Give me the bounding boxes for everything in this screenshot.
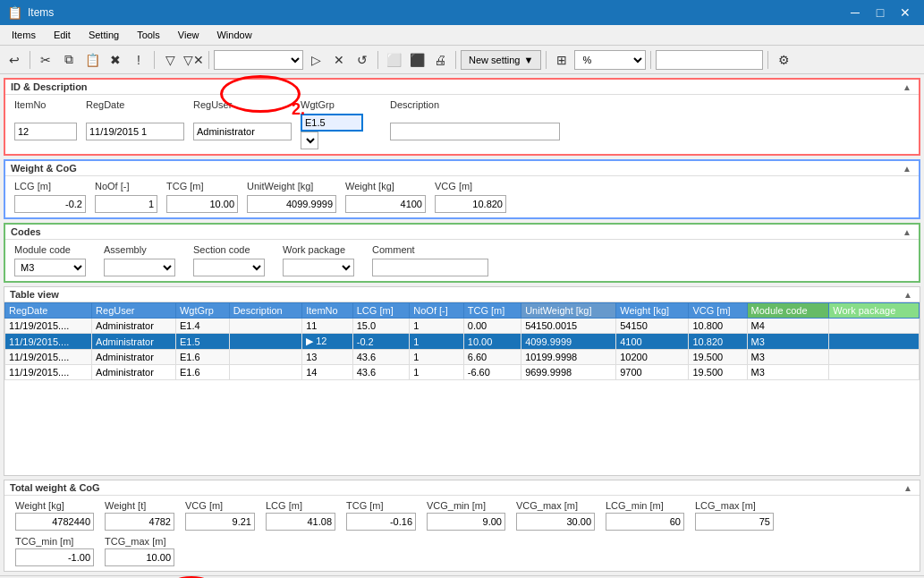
- noof-input[interactable]: [95, 195, 157, 213]
- table-row[interactable]: 11/19/2015....AdministratorE1.41115.010.…: [5, 319, 920, 334]
- delete-button[interactable]: ✖: [105, 49, 126, 71]
- table-cell: [829, 334, 920, 350]
- table-cell: -6.60: [463, 365, 521, 380]
- weight-input[interactable]: [345, 195, 426, 213]
- settings-button[interactable]: ⚙: [773, 49, 794, 71]
- filter-apply-button[interactable]: ▷: [305, 49, 326, 71]
- menu-window[interactable]: Window: [208, 27, 259, 43]
- total-vcgmin-input[interactable]: [427, 513, 505, 531]
- comment-input[interactable]: [372, 259, 488, 276]
- weight-section-collapse[interactable]: ▲: [901, 164, 913, 174]
- table-cell: 1: [410, 319, 463, 334]
- close-button[interactable]: ✕: [894, 3, 917, 22]
- total-header-weightkg: Weight [kg]: [10, 499, 99, 512]
- title-bar: 📋 Items ─ □ ✕: [0, 0, 924, 25]
- sep2: [154, 51, 155, 69]
- total-vcgmax-input[interactable]: [516, 513, 595, 531]
- refresh-button[interactable]: ↺: [352, 49, 373, 71]
- unitweight-input[interactable]: [247, 195, 336, 213]
- table-cell: 11/19/2015....: [5, 350, 92, 365]
- table-body: 11/19/2015....AdministratorE1.41115.010.…: [5, 319, 920, 380]
- print-button[interactable]: 🖨: [429, 49, 451, 71]
- total-section-collapse[interactable]: ▲: [902, 483, 914, 493]
- tcg-input[interactable]: [166, 195, 238, 213]
- codes-section-collapse[interactable]: ▲: [901, 227, 913, 237]
- menu-setting[interactable]: Setting: [81, 27, 127, 43]
- total-tcg-input[interactable]: [346, 513, 416, 531]
- tcgmax-label: TCG_max [m]: [99, 535, 180, 548]
- total-header-lcgmax: LCG_max [m]: [690, 499, 779, 512]
- regdate-input[interactable]: [86, 123, 184, 140]
- title-bar-controls: ─ □ ✕: [843, 3, 917, 22]
- description-input[interactable]: [390, 123, 560, 140]
- workpackage-select[interactable]: [283, 259, 354, 276]
- grid-button[interactable]: ⊞: [551, 49, 572, 71]
- import-button[interactable]: ⬛: [406, 49, 428, 71]
- undo-button[interactable]: ↩: [4, 49, 25, 71]
- vcg-input[interactable]: [435, 195, 506, 213]
- total-vcg-input[interactable]: [185, 513, 255, 531]
- table-cell: 9699.9998: [521, 365, 616, 380]
- col-unitweight: UnitWeight [kg]: [521, 303, 616, 319]
- filter-dropdown[interactable]: [214, 50, 303, 70]
- search-input[interactable]: [656, 50, 763, 70]
- total-weightt-input[interactable]: [105, 513, 174, 531]
- menu-items[interactable]: Items: [4, 27, 44, 43]
- table-cell: 11: [302, 319, 353, 334]
- col-reguser: RegUser: [92, 303, 176, 319]
- table-cell: 19.500: [689, 350, 747, 365]
- table-cell: ▶ 12: [302, 334, 353, 350]
- maximize-button[interactable]: □: [869, 3, 892, 22]
- table-row[interactable]: 11/19/2015....AdministratorE1.61443.61-6…: [5, 365, 920, 380]
- table-section-collapse[interactable]: ▲: [902, 290, 914, 300]
- col-noof: NoOf [-]: [410, 303, 463, 319]
- modulecode-select[interactable]: M3: [14, 259, 86, 276]
- total-lcg-input[interactable]: [266, 513, 335, 531]
- lcg-input[interactable]: [14, 195, 86, 213]
- table-row[interactable]: 11/19/2015....AdministratorE1.5▶ 12-0.21…: [5, 334, 920, 350]
- table-cell: Administrator: [92, 334, 176, 350]
- assembly-select[interactable]: [104, 259, 175, 276]
- table-row[interactable]: 11/19/2015....AdministratorE1.61343.616.…: [5, 350, 920, 365]
- table-cell: 54150: [616, 319, 689, 334]
- table-cell: 19.500: [689, 365, 747, 380]
- dropdown-arrow-icon: ▼: [523, 55, 533, 65]
- id-section-title: ID & Description: [11, 81, 88, 92]
- total-weightkg-input[interactable]: [15, 513, 94, 531]
- paste-button[interactable]: 📋: [81, 49, 103, 71]
- total-lcgmax-input[interactable]: [695, 513, 774, 531]
- export-button[interactable]: ⬜: [383, 49, 404, 71]
- id-section-collapse[interactable]: ▲: [901, 82, 913, 92]
- filter2-button[interactable]: ▽✕: [182, 49, 204, 71]
- menu-tools[interactable]: Tools: [129, 27, 168, 43]
- new-setting-button[interactable]: New setting ▼: [461, 50, 541, 70]
- tcgmin-input[interactable]: [15, 548, 94, 566]
- table-container[interactable]: RegDate RegUser WgtGrp Description ItemN…: [4, 302, 920, 410]
- wgtgrp-input[interactable]: [301, 114, 363, 132]
- sectioncode-select[interactable]: [193, 259, 265, 276]
- table-cell: 0.00: [463, 319, 521, 334]
- copy-button[interactable]: ⧉: [58, 49, 80, 71]
- total-lcgmin-input[interactable]: [606, 513, 684, 531]
- header-itemno: ItemNo: [11, 98, 82, 111]
- header-sectioncode: Section code: [190, 243, 279, 256]
- header-reguser: RegUser: [190, 98, 297, 111]
- weight-values-row: [11, 194, 913, 214]
- tcg-row: TCG_min [m] TCG_max [m]: [10, 535, 914, 548]
- minimize-button[interactable]: ─: [843, 3, 867, 22]
- exclaim-button[interactable]: !: [128, 49, 149, 71]
- itemno-input[interactable]: [14, 123, 77, 140]
- cut-button[interactable]: ✂: [35, 49, 56, 71]
- menu-edit[interactable]: Edit: [46, 27, 79, 43]
- total-section-header: Total weight & CoG ▲: [4, 480, 920, 496]
- filter-button[interactable]: ▽: [159, 49, 181, 71]
- reguser-input[interactable]: [193, 123, 292, 140]
- weight-section-title: Weight & CoG: [11, 163, 77, 174]
- wgtgrp-select[interactable]: [301, 132, 318, 149]
- col-wgtgrp: WgtGrp: [175, 303, 229, 319]
- tcgmax-input[interactable]: [105, 548, 174, 566]
- table-cell: 14: [302, 365, 353, 380]
- menu-view[interactable]: View: [170, 27, 208, 43]
- filter-clear-button[interactable]: ✕: [328, 49, 350, 71]
- percent-dropdown[interactable]: %: [574, 50, 646, 70]
